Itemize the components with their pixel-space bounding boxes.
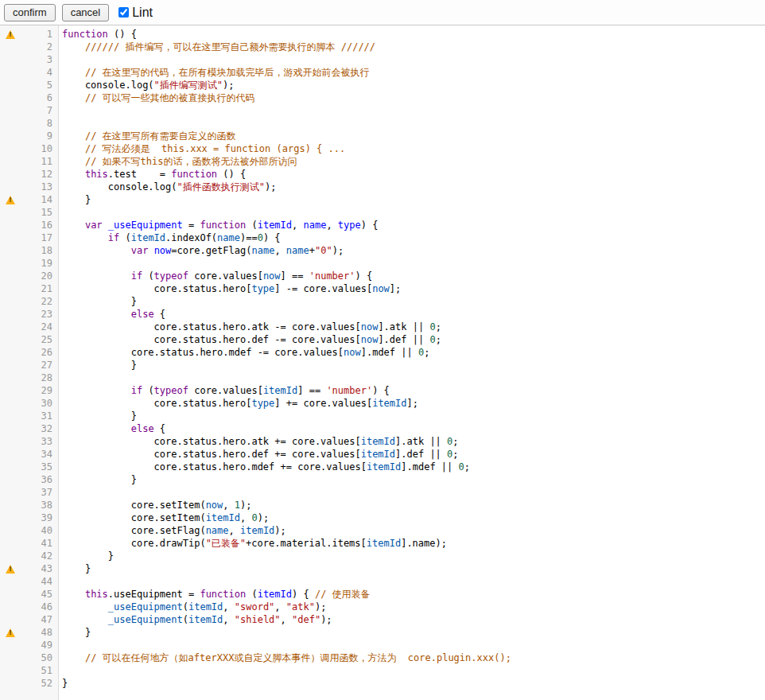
warning-icon[interactable]: [6, 628, 15, 637]
code-line[interactable]: this.useEquipment = function (itemId) { …: [62, 588, 765, 601]
code-line[interactable]: core.status.hero.mdef += core.values[ite…: [62, 461, 765, 473]
code-line[interactable]: ​: [62, 53, 765, 66]
code-line[interactable]: ​: [62, 371, 765, 384]
code-line[interactable]: _useEquipment(itemId, "shield", "def");: [62, 613, 765, 626]
warning-icon[interactable]: [6, 196, 15, 204]
line-number[interactable]: 2: [21, 41, 58, 53]
code-line[interactable]: core.status.hero.def += core.values[item…: [62, 448, 765, 461]
code-line[interactable]: }: [62, 562, 765, 575]
code-line[interactable]: console.log("插件函数执行测试");: [62, 181, 765, 193]
line-number[interactable]: 5: [21, 79, 58, 91]
line-number[interactable]: 4: [21, 66, 58, 79]
line-number[interactable]: 38: [21, 499, 58, 511]
line-number[interactable]: 44: [21, 575, 58, 588]
line-number[interactable]: 18: [21, 244, 58, 257]
line-number[interactable]: 15: [21, 206, 58, 219]
line-number[interactable]: 30: [21, 397, 58, 410]
line-number[interactable]: 32: [21, 422, 58, 435]
code-line[interactable]: if (typeof core.values[itemId] == 'numbe…: [62, 384, 765, 397]
code-line[interactable]: ​: [62, 257, 765, 270]
code-line[interactable]: }: [62, 550, 765, 562]
line-number[interactable]: 41: [21, 537, 58, 550]
line-number[interactable]: 19: [21, 257, 58, 270]
line-number[interactable]: 6: [21, 91, 58, 104]
code-line[interactable]: }: [62, 677, 765, 690]
code-line[interactable]: // 如果不写this的话，函数将无法被外部所访问: [62, 155, 765, 168]
line-number[interactable]: 50: [21, 651, 58, 664]
code-line[interactable]: // 写法必须是 this.xxx = function (args) { ..…: [62, 142, 765, 155]
code-line[interactable]: core.status.hero.atk -= core.values[now]…: [62, 321, 765, 333]
line-number[interactable]: 14: [21, 193, 58, 206]
line-number[interactable]: 13: [21, 181, 58, 193]
code-line[interactable]: ​: [62, 639, 765, 651]
code-line[interactable]: core.status.hero[type] += core.values[it…: [62, 397, 765, 410]
code-line[interactable]: ​: [62, 575, 765, 588]
line-number[interactable]: 36: [21, 473, 58, 486]
code-line[interactable]: core.setItem(now, 1);: [62, 499, 765, 511]
line-number[interactable]: 42: [21, 550, 58, 562]
line-number[interactable]: 11: [21, 155, 58, 168]
cancel-button[interactable]: cancel: [62, 4, 110, 21]
line-number[interactable]: 24: [21, 321, 58, 333]
code-line[interactable]: core.status.hero.def -= core.values[now]…: [62, 333, 765, 346]
code-line[interactable]: if (typeof core.values[now] == 'number')…: [62, 270, 765, 282]
code-line[interactable]: // 可以在任何地方（如afterXXX或自定义脚本事件）调用函数，方法为 co…: [62, 651, 765, 664]
code-line[interactable]: }: [62, 359, 765, 371]
code-line[interactable]: ​: [62, 104, 765, 117]
code-line[interactable]: ​: [62, 664, 765, 677]
code-line[interactable]: function () {: [62, 28, 765, 41]
code-line[interactable]: console.log("插件编写测试");: [62, 79, 765, 91]
line-number[interactable]: 33: [21, 435, 58, 448]
code-line[interactable]: var _useEquipment = function (itemId, na…: [62, 219, 765, 231]
line-number[interactable]: 10: [21, 142, 58, 155]
code-line[interactable]: core.status.hero[type] -= core.values[no…: [62, 282, 765, 295]
code-editor[interactable]: 1234567891011121314151617181920212223242…: [0, 25, 765, 700]
code-line[interactable]: else {: [62, 422, 765, 435]
line-number[interactable]: 16: [21, 219, 58, 231]
line-number[interactable]: 51: [21, 664, 58, 677]
code-line[interactable]: var now=core.getFlag(name, name+"0");: [62, 244, 765, 257]
line-number[interactable]: 52: [21, 677, 58, 690]
line-number[interactable]: 20: [21, 270, 58, 282]
line-number[interactable]: 21: [21, 282, 58, 295]
code-line[interactable]: // 可以写一些其他的被直接执行的代码: [62, 91, 765, 104]
code-line[interactable]: }: [62, 473, 765, 486]
confirm-button[interactable]: confirm: [4, 4, 56, 21]
code-line[interactable]: _useEquipment(itemId, "sword", "atk");: [62, 601, 765, 613]
line-number[interactable]: 25: [21, 333, 58, 346]
line-number[interactable]: 3: [21, 53, 58, 66]
line-number[interactable]: 49: [21, 639, 58, 651]
lint-checkbox[interactable]: [118, 7, 129, 18]
line-number[interactable]: 23: [21, 308, 58, 321]
warning-icon[interactable]: [6, 30, 15, 39]
code-line[interactable]: }: [62, 626, 765, 639]
line-number[interactable]: 48: [21, 626, 58, 639]
line-number[interactable]: 9: [21, 130, 58, 142]
code-line[interactable]: this.test = function () {: [62, 168, 765, 181]
code-line[interactable]: ////// 插件编写，可以在这里写自己额外需要执行的脚本 //////: [62, 41, 765, 53]
code-line[interactable]: core.status.hero.atk += core.values[item…: [62, 435, 765, 448]
line-number[interactable]: 37: [21, 486, 58, 499]
code-line[interactable]: core.drawTip("已装备"+core.material.items[i…: [62, 537, 765, 550]
line-number[interactable]: 17: [21, 231, 58, 244]
line-number[interactable]: 8: [21, 117, 58, 130]
code-line[interactable]: ​: [62, 206, 765, 219]
line-number[interactable]: 35: [21, 461, 58, 473]
line-number[interactable]: 27: [21, 359, 58, 371]
code-line[interactable]: core.status.hero.mdef -= core.values[now…: [62, 346, 765, 359]
code-line[interactable]: // 在这里写所有需要自定义的函数: [62, 130, 765, 142]
line-number[interactable]: 29: [21, 384, 58, 397]
line-number[interactable]: 46: [21, 601, 58, 613]
code-line[interactable]: if (itemId.indexOf(name)==0) {: [62, 231, 765, 244]
line-number[interactable]: 31: [21, 410, 58, 422]
line-number[interactable]: 7: [21, 104, 58, 117]
warning-icon[interactable]: [6, 565, 15, 574]
code-line[interactable]: ​: [62, 117, 765, 130]
line-number[interactable]: 26: [21, 346, 58, 359]
code-line[interactable]: }: [62, 410, 765, 422]
code-line[interactable]: core.setItem(itemId, 0);: [62, 511, 765, 524]
line-number[interactable]: 45: [21, 588, 58, 601]
line-number[interactable]: 40: [21, 524, 58, 537]
line-number[interactable]: 1: [21, 28, 58, 41]
code-line[interactable]: core.setFlag(name, itemId);: [62, 524, 765, 537]
